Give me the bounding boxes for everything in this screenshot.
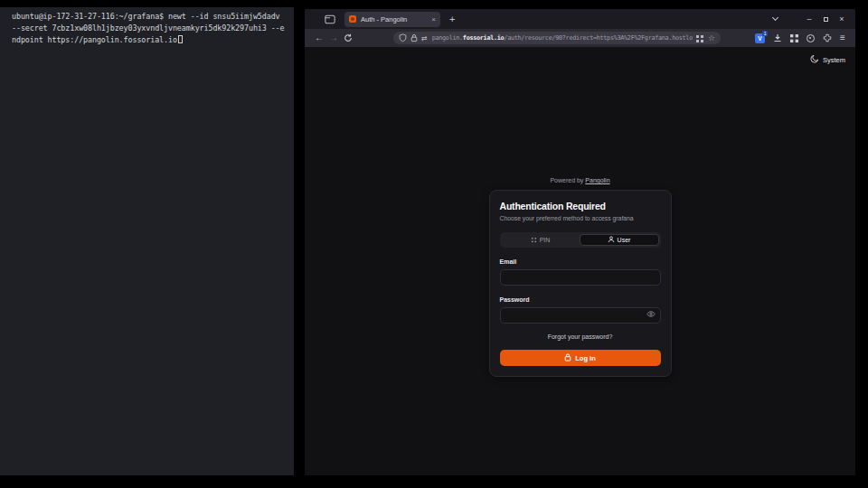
tab-strip: Auth - Pangolin × + – × xyxy=(305,9,855,29)
pangolin-favicon-icon xyxy=(349,15,356,23)
card-subtitle: Choose your preferred method to access g… xyxy=(500,215,661,221)
minimize-button[interactable]: – xyxy=(801,14,817,23)
password-input[interactable] xyxy=(500,307,661,324)
grid-extension-icon[interactable] xyxy=(790,30,798,46)
auth-method-tabs: PIN User xyxy=(500,232,661,248)
terminal-line: ndpoint https://pangolin.fossorial.io xyxy=(12,34,288,46)
terminal-window[interactable]: ubuntu@ip-172-31-27-116:~/grafana$ newt … xyxy=(0,7,294,475)
email-input[interactable] xyxy=(500,269,661,286)
back-button[interactable]: ← xyxy=(312,33,326,42)
terminal-text: --secret 7cbz1xw08lh1jbzey03yxvndljvneam… xyxy=(12,23,284,33)
url-bar[interactable]: ⇄ pangolin.fossorial.io/auth/resource/90… xyxy=(393,32,721,44)
terminal-text: ubuntu@ip-172-31-27-116:~/grafana$ newt … xyxy=(12,12,280,21)
auth-section: Powered by Pangolin Authentication Requi… xyxy=(489,177,672,377)
theme-toggle[interactable]: System xyxy=(810,54,845,65)
forgot-password-link[interactable]: Forgot your password? xyxy=(500,333,661,340)
toolbar-extensions: V1 ≡ xyxy=(755,30,845,46)
page-content: System Powered by Pangolin Authenticatio… xyxy=(305,47,855,475)
login-button-label: Log in xyxy=(575,354,596,362)
downloads-icon[interactable] xyxy=(773,30,782,46)
url-prefix: pangolin. xyxy=(432,34,463,42)
blue-extension-icon[interactable]: V1 xyxy=(755,33,765,43)
window-close-button[interactable]: × xyxy=(834,14,850,23)
browser-window: Auth - Pangolin × + – × ← → xyxy=(305,9,855,475)
login-button[interactable]: Log in xyxy=(500,350,661,366)
tab-close-icon[interactable]: × xyxy=(431,15,436,23)
extension-letter: V xyxy=(758,35,761,42)
containers-grid-icon[interactable] xyxy=(696,30,703,46)
pangolin-link[interactable]: Pangolin xyxy=(585,177,609,183)
menu-hamburger-icon[interactable]: ≡ xyxy=(840,33,845,42)
switch-icon[interactable]: ⇄ xyxy=(421,34,428,42)
lock-icon[interactable] xyxy=(410,33,418,42)
url-path: /auth/resource/90?redirect=https%3A%2F%2… xyxy=(504,34,693,42)
powered-by: Powered by Pangolin xyxy=(489,177,672,183)
auth-card: Authentication Required Choose your pref… xyxy=(489,190,672,377)
keypad-icon xyxy=(531,237,537,244)
firefox-view-icon[interactable] xyxy=(323,12,337,26)
maximize-icon xyxy=(824,17,828,22)
tab-title: Auth - Pangolin xyxy=(361,15,429,23)
terminal-line: ubuntu@ip-172-31-27-116:~/grafana$ newt … xyxy=(12,11,288,23)
list-tabs-chevron-icon[interactable] xyxy=(772,14,778,21)
forward-button[interactable]: → xyxy=(326,33,341,42)
password-label: Password xyxy=(500,296,661,303)
card-title: Authentication Required xyxy=(500,201,661,211)
login-lock-icon xyxy=(564,353,571,363)
tab-user-label: User xyxy=(618,237,631,243)
password-field-wrap xyxy=(500,303,661,324)
new-tab-button[interactable]: + xyxy=(449,14,455,24)
browser-tab[interactable]: Auth - Pangolin × xyxy=(344,12,440,27)
show-password-eye-icon[interactable] xyxy=(646,311,656,317)
bookmark-star-icon[interactable]: ☆ xyxy=(708,34,715,42)
url-text[interactable]: pangolin.fossorial.io/auth/resource/90?r… xyxy=(432,34,693,42)
email-label: Email xyxy=(500,258,661,265)
powered-by-text: Powered by xyxy=(550,177,583,183)
terminal-text: ndpoint https://pangolin.fossorial.io xyxy=(12,35,177,44)
moon-icon xyxy=(810,54,819,65)
terminal-line: --secret 7cbz1xw08lh1jbzey03yxvndljvneam… xyxy=(12,23,288,34)
desktop: ubuntu@ip-172-31-27-116:~/grafana$ newt … xyxy=(0,0,868,488)
tab-pin[interactable]: PIN xyxy=(502,234,580,246)
theme-label: System xyxy=(823,56,845,64)
reload-button[interactable] xyxy=(341,33,355,42)
maximize-button[interactable] xyxy=(817,14,834,23)
tab-user[interactable]: User xyxy=(580,234,659,246)
browser-toolbar: ← → ⇄ pangolin.fossorial.io/auth/resourc… xyxy=(305,29,855,47)
terminal-cursor xyxy=(178,35,183,43)
tab-pin-label: PIN xyxy=(540,237,551,243)
extensions-puzzle-icon[interactable] xyxy=(823,30,832,46)
shield-icon[interactable] xyxy=(399,33,407,42)
user-icon xyxy=(608,236,615,244)
urlbar-actions: ☆ xyxy=(696,30,715,46)
url-domain: fossorial.io xyxy=(463,34,505,42)
extension-badge: 1 xyxy=(762,31,768,36)
circle-extension-icon[interactable] xyxy=(807,34,815,42)
